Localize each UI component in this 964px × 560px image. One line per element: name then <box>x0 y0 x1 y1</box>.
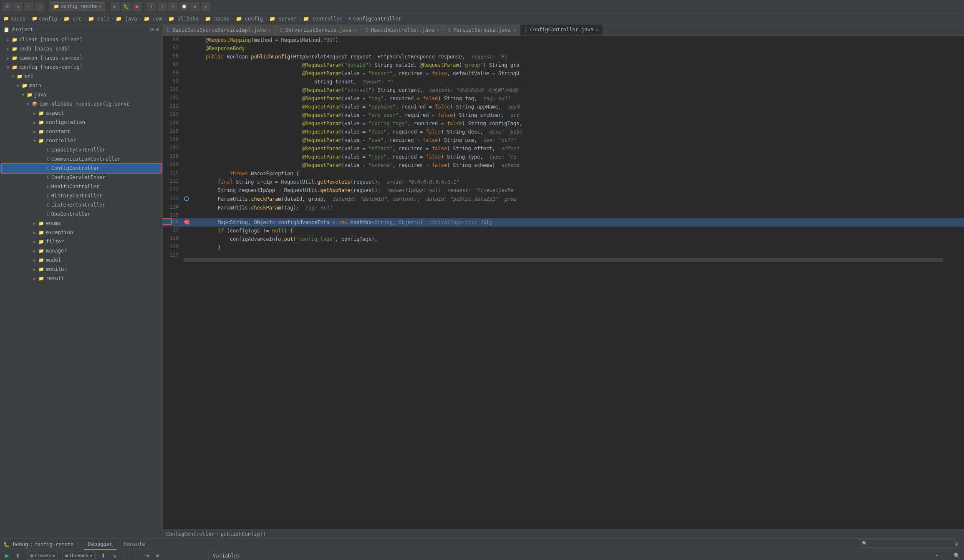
sync-icon[interactable]: ⟳ <box>150 27 154 33</box>
tab-close-1[interactable]: × <box>268 28 271 33</box>
bc-src[interactable]: 📁 src <box>63 16 82 22</box>
tree-item-constant[interactable]: ▶ 📁 constant <box>0 127 162 136</box>
tree-item-package[interactable]: ▼ 📦 com.alibaba.nacos.config.serve <box>0 99 162 108</box>
run-button[interactable]: ▶ <box>111 2 120 11</box>
bc-java[interactable]: 📁 java <box>116 16 137 22</box>
debug-resume-button[interactable]: ▶ <box>3 551 12 560</box>
tree-item-ops[interactable]: ▶ C OpsController <box>0 209 162 219</box>
bookmark-icon-113 <box>184 195 189 202</box>
bc-com[interactable]: 📁 com <box>144 16 162 22</box>
toolbar-icon-git2[interactable]: ⬇ <box>158 2 167 11</box>
tree-item-filter[interactable]: ▶ 📁 filter <box>0 237 162 246</box>
toolbar-icon-1[interactable]: ⊞ <box>3 2 12 11</box>
bc-main[interactable]: 📁 main <box>88 16 109 22</box>
code-line-99: 99 String tenant, tenant: "" <box>163 78 964 86</box>
debug-step-over[interactable]: ⬇ <box>99 551 108 560</box>
debug-tab-console[interactable]: Console <box>120 539 149 550</box>
tree-item-configservlet[interactable]: ▶ C ConfigServletInner <box>0 173 162 182</box>
debug-run-to-cursor[interactable]: ⇥ <box>142 551 151 560</box>
toolbar-icon-2[interactable]: ↺ <box>13 2 23 11</box>
bc-controller[interactable]: 📁 controller <box>303 16 342 22</box>
tree-item-client[interactable]: ▶ 📁 client [nacos-client] <box>0 35 162 44</box>
tree-item-main[interactable]: ▼ 📁 main <box>0 81 162 90</box>
gutter-103 <box>184 111 192 119</box>
toolbar-icon-git1[interactable]: ⬆ <box>147 2 156 11</box>
tab-close-3[interactable]: × <box>437 28 439 33</box>
java-icon-ops: C <box>47 212 50 217</box>
tab-basicdatasource[interactable]: C BasicDataSourceServiceImpl.java × <box>163 25 275 35</box>
tab-close-4[interactable]: × <box>513 28 516 33</box>
vars-search-btn[interactable]: 🔍 <box>952 551 961 560</box>
frames-subtoolbar: ▶ ⏸ ▤ Frames ▾ ≡ Threads ▾ ⬇ ↘ ↓ <box>0 550 208 560</box>
debug-pause-button[interactable]: ⏸ <box>13 551 23 560</box>
run-config-arrow: ▾ <box>98 4 101 9</box>
debug-tab-debugger[interactable]: Debugger <box>84 539 116 550</box>
code-content-area[interactable]: 94 @RequestMapping(method = RequestMetho… <box>163 36 964 529</box>
tab-persistservice[interactable]: C PersistService.java × <box>444 25 520 35</box>
toolbar-icon-git6[interactable]: ✔ <box>201 2 210 11</box>
tab-configcontroller[interactable]: C ConfigController.java × <box>520 25 603 35</box>
tree-item-configcontroller[interactable]: ▶ C ConfigController <box>0 164 162 173</box>
tree-item-health[interactable]: ▶ C HealthController <box>0 182 162 191</box>
code-text-94: @RequestMapping(method = RequestMethod.P… <box>192 36 964 44</box>
bc-server[interactable]: 📁 server <box>269 16 297 22</box>
folder-icon-cmdb: 📁 <box>12 46 18 52</box>
tab-healthcontroller[interactable]: C HealthController.java × <box>361 25 444 35</box>
tree-item-communication[interactable]: ▶ C CommunicationController <box>0 154 162 164</box>
threads-tab-btn[interactable]: ≡ Threads ▾ <box>62 552 96 560</box>
tree-item-exception[interactable]: ▶ 📁 exception <box>0 228 162 237</box>
tree-item-manager[interactable]: ▶ 📁 manager <box>0 246 162 255</box>
tree-item-history[interactable]: ▶ C HistoryController <box>0 191 162 200</box>
frames-tab-btn[interactable]: ▤ Frames ▾ <box>28 552 58 560</box>
tree-item-listener[interactable]: ▶ C ListenerController <box>0 200 162 209</box>
gear-icon[interactable]: ⚙ <box>156 27 159 33</box>
bc-config2[interactable]: 📁 config <box>236 16 263 22</box>
tree-item-model[interactable]: ▶ 📁 model <box>0 255 162 265</box>
vars-collapse-btn[interactable]: - <box>942 551 951 560</box>
tree-item-aspect[interactable]: ▶ 📁 aspect <box>0 108 162 118</box>
tree-arrow-constant: ▶ <box>33 129 38 134</box>
tab-close-2[interactable]: × <box>354 28 356 33</box>
toolbar-icon-4[interactable]: → <box>35 2 44 11</box>
bc-nacos[interactable]: 📁 nacos <box>3 16 25 22</box>
debug-step-into[interactable]: ↘ <box>110 551 119 560</box>
tree-item-capacity[interactable]: ▶ C CapacityController <box>0 145 162 154</box>
bc-folder-icon-1: 📁 <box>3 16 9 21</box>
vars-expand-btn[interactable]: + <box>932 551 941 560</box>
bc-configcontroller[interactable]: C ConfigController <box>349 16 401 22</box>
debug-step-out[interactable]: ↑ <box>131 551 141 560</box>
toolbar-icon-3[interactable]: ← <box>24 2 33 11</box>
bc-nacos2[interactable]: 📁 nacos <box>205 16 229 22</box>
tree-item-controller[interactable]: ▼ 📁 controller <box>0 136 162 145</box>
tree-item-monitor[interactable]: ▶ 📁 monitor <box>0 265 162 274</box>
tree-item-enums[interactable]: ▶ 📁 enums <box>0 219 162 228</box>
project-sidebar: 📋 Project ⟳ ⚙ ▶ 📁 client [nacos-client] … <box>0 24 163 538</box>
horizontal-scrollbar[interactable] <box>184 258 943 262</box>
debug-eval[interactable]: ≡ <box>153 551 162 560</box>
debug-tab-divider <box>78 541 79 548</box>
tree-item-config[interactable]: ▼ 📁 config [nacos-config] <box>0 63 162 72</box>
gutter-104 <box>184 119 192 128</box>
tab-serverlist[interactable]: C ServerListService.java × <box>275 25 361 35</box>
stop-button[interactable]: ■ <box>132 2 141 11</box>
tree-item-common[interactable]: ▶ 📁 common [nacos-common] <box>0 53 162 63</box>
line-num-115: 115 <box>163 212 184 218</box>
package-icon: 📦 <box>32 101 38 107</box>
gutter-112 <box>184 186 192 194</box>
bc-alibaba[interactable]: 📁 alibaba <box>168 16 199 22</box>
tab-close-5[interactable]: × <box>596 28 598 32</box>
tree-item-result[interactable]: ▶ 📁 result <box>0 274 162 283</box>
tree-item-src[interactable]: ▼ 📁 src <box>0 72 162 81</box>
tree-item-configuration[interactable]: ▶ 📁 configuration <box>0 118 162 127</box>
tree-item-cmdb[interactable]: ▶ 📁 cmdb [nacos-cmdb] <box>0 44 162 53</box>
bc-config[interactable]: 📁 config <box>32 16 57 22</box>
tree-item-java[interactable]: ▼ 📁 java <box>0 90 162 99</box>
debug-button[interactable]: 🐛 <box>121 2 131 11</box>
code-line-101: 101 @RequestParam(value = "tag", require… <box>163 94 964 103</box>
run-config-dropdown[interactable]: 📁 config-remote ▾ <box>50 2 105 11</box>
toolbar-icon-git3[interactable]: ✎ <box>169 2 178 11</box>
frames-threads-tab: ▤ Frames ▾ ≡ Threads ▾ <box>28 552 96 560</box>
debug-force-step-into[interactable]: ↓ <box>121 551 130 560</box>
toolbar-icon-git5[interactable]: ♻ <box>190 2 199 11</box>
toolbar-icon-git4[interactable]: ⌚ <box>179 2 189 11</box>
